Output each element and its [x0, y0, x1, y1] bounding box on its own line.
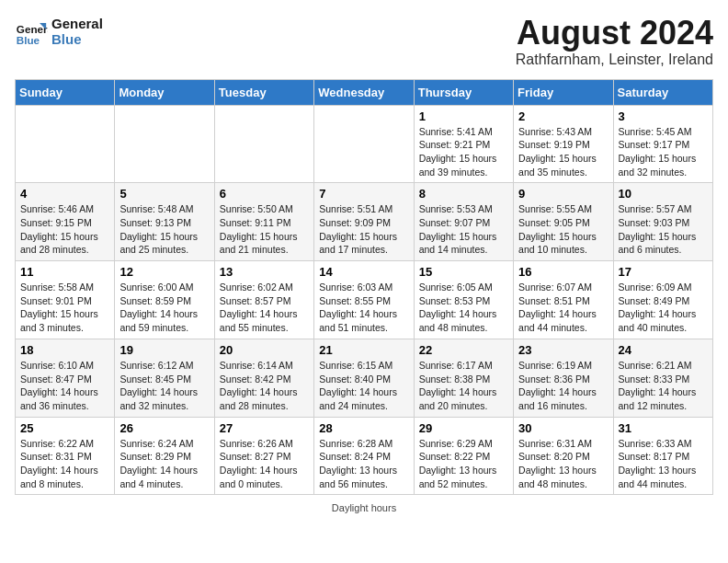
day-number: 2 [518, 109, 608, 123]
calendar-cell: 7Sunrise: 5:51 AM Sunset: 9:09 PM Daylig… [314, 183, 414, 261]
day-info: Sunrise: 6:33 AM Sunset: 8:17 PM Dayligh… [619, 437, 708, 491]
calendar-cell: 24Sunrise: 6:21 AM Sunset: 8:33 PM Dayli… [613, 339, 712, 417]
calendar-cell: 2Sunrise: 5:43 AM Sunset: 9:19 PM Daylig… [514, 105, 613, 183]
day-number: 7 [319, 187, 408, 201]
calendar-cell: 13Sunrise: 6:02 AM Sunset: 8:57 PM Dayli… [214, 261, 313, 339]
day-number: 20 [220, 343, 309, 357]
day-info: Sunrise: 6:22 AM Sunset: 8:31 PM Dayligh… [20, 437, 109, 491]
footer-note: Daylight hours [15, 502, 713, 513]
calendar-cell: 18Sunrise: 6:10 AM Sunset: 8:47 PM Dayli… [16, 339, 115, 417]
calendar-cell: 11Sunrise: 5:58 AM Sunset: 9:01 PM Dayli… [16, 261, 115, 339]
day-info: Sunrise: 5:53 AM Sunset: 9:07 PM Dayligh… [419, 202, 508, 257]
calendar-cell: 21Sunrise: 6:15 AM Sunset: 8:40 PM Dayli… [314, 339, 414, 417]
day-info: Sunrise: 6:00 AM Sunset: 8:59 PM Dayligh… [119, 281, 209, 335]
day-info: Sunrise: 6:05 AM Sunset: 8:53 PM Dayligh… [419, 281, 508, 335]
day-info: Sunrise: 6:07 AM Sunset: 8:51 PM Dayligh… [518, 281, 608, 335]
day-number: 12 [119, 265, 209, 279]
day-info: Sunrise: 6:29 AM Sunset: 8:22 PM Dayligh… [419, 437, 508, 491]
week-row-3: 11Sunrise: 5:58 AM Sunset: 9:01 PM Dayli… [16, 261, 713, 339]
calendar-cell: 8Sunrise: 5:53 AM Sunset: 9:07 PM Daylig… [414, 183, 513, 261]
calendar-cell: 30Sunrise: 6:31 AM Sunset: 8:20 PM Dayli… [514, 417, 613, 495]
day-info: Sunrise: 5:51 AM Sunset: 9:09 PM Dayligh… [319, 202, 408, 257]
day-number: 25 [20, 421, 109, 435]
calendar-cell: 20Sunrise: 6:14 AM Sunset: 8:42 PM Dayli… [214, 339, 313, 417]
day-info: Sunrise: 6:09 AM Sunset: 8:49 PM Dayligh… [619, 281, 708, 335]
day-number: 3 [619, 109, 708, 123]
day-info: Sunrise: 6:12 AM Sunset: 8:45 PM Dayligh… [119, 359, 209, 413]
day-number: 17 [619, 265, 708, 279]
day-number: 9 [518, 187, 608, 201]
week-row-2: 4Sunrise: 5:46 AM Sunset: 9:15 PM Daylig… [16, 183, 713, 261]
column-header-tuesday: Tuesday [214, 79, 313, 105]
calendar-cell: 22Sunrise: 6:17 AM Sunset: 8:38 PM Dayli… [414, 339, 513, 417]
day-number: 22 [419, 343, 508, 357]
column-header-monday: Monday [115, 79, 214, 105]
svg-text:Blue: Blue [17, 34, 40, 46]
page-header: General Blue General Blue August 2024 Ra… [15, 15, 713, 68]
calendar-cell [16, 105, 115, 183]
day-number: 19 [119, 343, 209, 357]
day-number: 26 [119, 421, 209, 435]
calendar-cell: 31Sunrise: 6:33 AM Sunset: 8:17 PM Dayli… [613, 417, 712, 495]
day-number: 23 [518, 343, 608, 357]
logo-icon: General Blue [15, 15, 48, 48]
day-number: 16 [518, 265, 608, 279]
day-number: 24 [619, 343, 708, 357]
day-number: 5 [119, 187, 209, 201]
column-header-thursday: Thursday [414, 79, 513, 105]
logo: General Blue General Blue [15, 15, 103, 48]
day-number: 27 [220, 421, 309, 435]
day-number: 1 [419, 109, 508, 123]
calendar-cell: 14Sunrise: 6:03 AM Sunset: 8:55 PM Dayli… [314, 261, 414, 339]
day-number: 15 [419, 265, 508, 279]
column-header-wednesday: Wednesday [314, 79, 414, 105]
calendar-cell: 6Sunrise: 5:50 AM Sunset: 9:11 PM Daylig… [214, 183, 313, 261]
calendar-cell: 19Sunrise: 6:12 AM Sunset: 8:45 PM Dayli… [115, 339, 214, 417]
calendar-cell [115, 105, 214, 183]
day-number: 13 [220, 265, 309, 279]
calendar-cell: 9Sunrise: 5:55 AM Sunset: 9:05 PM Daylig… [514, 183, 613, 261]
day-number: 14 [319, 265, 408, 279]
day-info: Sunrise: 6:19 AM Sunset: 8:36 PM Dayligh… [518, 359, 608, 413]
logo-line1: General [51, 16, 103, 31]
calendar-cell: 4Sunrise: 5:46 AM Sunset: 9:15 PM Daylig… [16, 183, 115, 261]
day-info: Sunrise: 6:24 AM Sunset: 8:29 PM Dayligh… [119, 437, 209, 491]
day-number: 31 [619, 421, 708, 435]
calendar-cell: 26Sunrise: 6:24 AM Sunset: 8:29 PM Dayli… [115, 417, 214, 495]
day-info: Sunrise: 6:10 AM Sunset: 8:47 PM Dayligh… [20, 359, 109, 413]
day-number: 18 [20, 343, 109, 357]
calendar-table: SundayMondayTuesdayWednesdayThursdayFrid… [15, 79, 713, 496]
day-info: Sunrise: 5:57 AM Sunset: 9:03 PM Dayligh… [619, 202, 708, 257]
subtitle: Rathfarnham, Leinster, Ireland [516, 52, 713, 68]
title-block: August 2024 Rathfarnham, Leinster, Irela… [516, 15, 713, 68]
day-number: 11 [20, 265, 109, 279]
day-info: Sunrise: 5:41 AM Sunset: 9:21 PM Dayligh… [419, 125, 508, 179]
day-info: Sunrise: 5:50 AM Sunset: 9:11 PM Dayligh… [220, 202, 309, 257]
week-row-4: 18Sunrise: 6:10 AM Sunset: 8:47 PM Dayli… [16, 339, 713, 417]
calendar-cell: 15Sunrise: 6:05 AM Sunset: 8:53 PM Dayli… [414, 261, 513, 339]
calendar-cell: 27Sunrise: 6:26 AM Sunset: 8:27 PM Dayli… [214, 417, 313, 495]
day-info: Sunrise: 6:03 AM Sunset: 8:55 PM Dayligh… [319, 281, 408, 335]
calendar-cell: 10Sunrise: 5:57 AM Sunset: 9:03 PM Dayli… [613, 183, 712, 261]
week-row-5: 25Sunrise: 6:22 AM Sunset: 8:31 PM Dayli… [16, 417, 713, 495]
day-info: Sunrise: 5:46 AM Sunset: 9:15 PM Dayligh… [20, 202, 109, 257]
calendar-cell [214, 105, 313, 183]
calendar-cell: 3Sunrise: 5:45 AM Sunset: 9:17 PM Daylig… [613, 105, 712, 183]
day-info: Sunrise: 6:15 AM Sunset: 8:40 PM Dayligh… [319, 359, 408, 413]
week-row-1: 1Sunrise: 5:41 AM Sunset: 9:21 PM Daylig… [16, 105, 713, 183]
day-info: Sunrise: 6:02 AM Sunset: 8:57 PM Dayligh… [220, 281, 309, 335]
calendar-cell: 5Sunrise: 5:48 AM Sunset: 9:13 PM Daylig… [115, 183, 214, 261]
day-number: 28 [319, 421, 408, 435]
day-info: Sunrise: 5:55 AM Sunset: 9:05 PM Dayligh… [518, 202, 608, 257]
calendar-cell: 23Sunrise: 6:19 AM Sunset: 8:36 PM Dayli… [514, 339, 613, 417]
column-header-saturday: Saturday [613, 79, 712, 105]
day-info: Sunrise: 6:31 AM Sunset: 8:20 PM Dayligh… [518, 437, 608, 491]
day-info: Sunrise: 6:17 AM Sunset: 8:38 PM Dayligh… [419, 359, 508, 413]
calendar-cell: 12Sunrise: 6:00 AM Sunset: 8:59 PM Dayli… [115, 261, 214, 339]
day-info: Sunrise: 6:26 AM Sunset: 8:27 PM Dayligh… [220, 437, 309, 491]
day-number: 29 [419, 421, 508, 435]
calendar-cell: 17Sunrise: 6:09 AM Sunset: 8:49 PM Dayli… [613, 261, 712, 339]
day-info: Sunrise: 5:43 AM Sunset: 9:19 PM Dayligh… [518, 125, 608, 179]
day-info: Sunrise: 5:58 AM Sunset: 9:01 PM Dayligh… [20, 281, 109, 335]
day-number: 30 [518, 421, 608, 435]
